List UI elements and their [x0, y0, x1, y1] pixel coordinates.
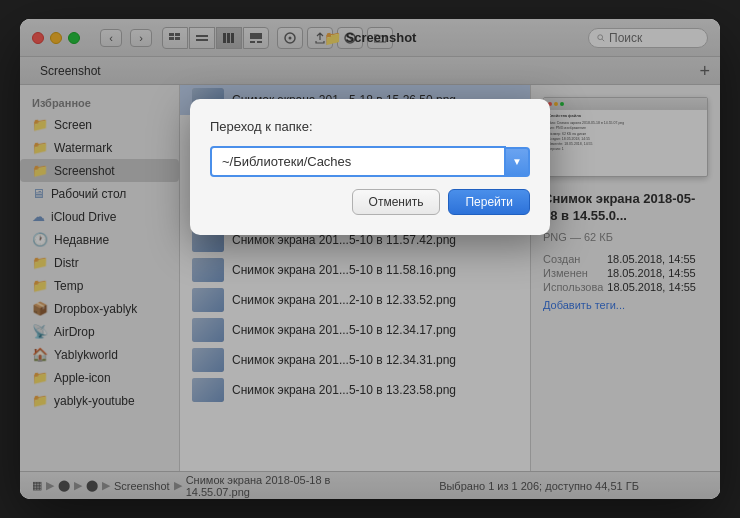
go-button[interactable]: Перейти — [448, 189, 530, 215]
dialog-buttons: Отменить Перейти — [210, 189, 530, 215]
dialog-label: Переход к папке: — [210, 119, 530, 134]
cancel-button[interactable]: Отменить — [352, 189, 441, 215]
finder-window: ‹ › — [20, 19, 720, 499]
folder-path-input[interactable] — [210, 146, 506, 177]
dialog-overlay: Переход к папке: ▼ Отменить Перейти — [20, 19, 720, 499]
folder-dropdown-button[interactable]: ▼ — [506, 147, 530, 177]
goto-folder-dialog: Переход к папке: ▼ Отменить Перейти — [190, 99, 550, 235]
dialog-input-row: ▼ — [210, 146, 530, 177]
